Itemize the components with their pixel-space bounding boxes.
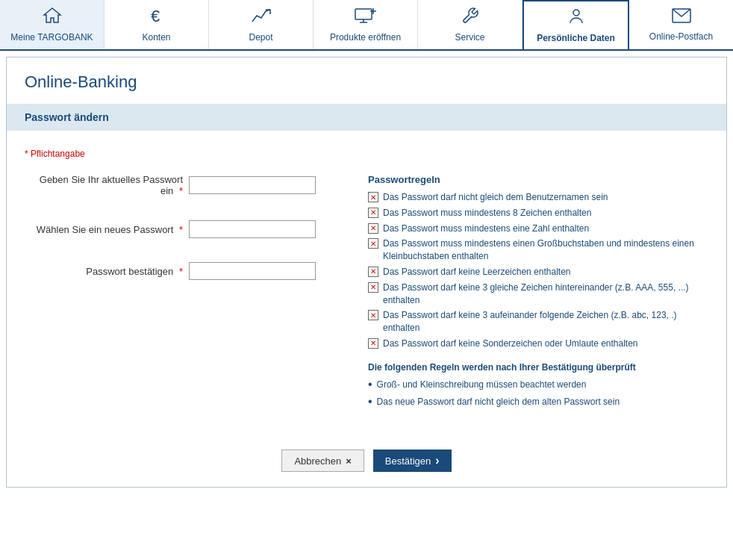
nav-produkte[interactable]: Produkte eröffnen (314, 0, 418, 49)
confirm-password-label: Passwort bestätigen * (25, 266, 189, 277)
rule-item: ✕Das Passwort muss mindestens 8 Zeichen … (368, 207, 708, 220)
nav-persoenliche-daten-label: Persönliche Daten (537, 33, 615, 43)
rule-checkbox: ✕ (368, 238, 378, 249)
nav-persoenliche-daten[interactable]: Persönliche Daten (523, 0, 629, 49)
rule-text: Das Passwort muss mindestens eine Zahl e… (383, 223, 589, 235)
bullet-icon: • (368, 379, 372, 391)
rule-item: ✕Das Passwort darf keine 3 gleiche Zeich… (368, 281, 708, 307)
nav-online-postfach-label: Online-Postfach (649, 31, 713, 42)
rule-text: Das Passwort darf nicht gleich dem Benut… (383, 191, 608, 204)
section-header: Passwort ändern (7, 104, 726, 131)
current-password-input[interactable] (189, 176, 316, 194)
rule-text: Das Passwort darf keine Leerzeichen enth… (383, 266, 570, 279)
rules-confirm-title: Die folgenden Regeln werden nach Ihrer B… (368, 362, 708, 373)
rule-text: Das Passwort muss mindestens einen Großb… (383, 237, 708, 263)
confirm-icon: › (435, 454, 439, 467)
confirm-label: Bestätigen (385, 455, 431, 467)
password-rules-panel: Passwortregeln ✕Das Passwort darf nicht … (368, 174, 708, 412)
rule-text: Das Passwort muss mindestens 8 Zeichen e… (383, 207, 591, 220)
bullet-icon: • (368, 396, 372, 408)
mail-icon (671, 7, 692, 28)
nav-service-label: Service (455, 32, 484, 43)
page-wrapper: Online-Banking Passwort ändern * Pflicht… (6, 57, 727, 488)
svg-text:€: € (151, 7, 160, 25)
chart-icon (251, 7, 272, 29)
form-area: * Pflichtangabe Geben Sie Ihr aktuelles … (7, 149, 726, 472)
house-icon (43, 7, 62, 29)
top-navigation: Meine TARGOBANK € Konten Depot (0, 0, 733, 51)
nav-konten[interactable]: € Konten (105, 0, 209, 49)
nav-depot[interactable]: Depot (209, 0, 314, 49)
form-fields: Geben Sie Ihr aktuelles Passwort ein * W… (25, 174, 338, 412)
wrench-icon (461, 7, 479, 29)
required-note: * Pflichtangabe (25, 149, 708, 159)
cancel-button[interactable]: Abbrechen × (281, 449, 364, 472)
rule-item: ✕Das Passwort darf keine Leerzeichen ent… (368, 266, 708, 279)
current-password-row: Geben Sie Ihr aktuelles Passwort ein * (25, 174, 338, 196)
rule-text: Das Passwort darf keine 3 gleiche Zeiche… (383, 281, 708, 307)
rule-checkbox: ✕ (368, 192, 378, 202)
cancel-icon: × (346, 455, 352, 467)
rule-checkbox: ✕ (368, 267, 378, 277)
page-title: Online-Banking (7, 57, 726, 104)
cancel-label: Abbrechen (294, 455, 341, 467)
new-password-input[interactable] (189, 220, 316, 238)
button-row: Abbrechen × Bestätigen › (25, 442, 708, 472)
rule-checkbox: ✕ (368, 223, 378, 234)
nav-produkte-label: Produkte eröffnen (330, 32, 401, 43)
rule-checkbox: ✕ (368, 338, 378, 349)
confirm-rule-item: •Groß- und Kleinschreibung müssen beacht… (368, 379, 708, 391)
rule-item: ✕Das Passwort muss mindestens einen Groß… (368, 237, 708, 263)
nav-service[interactable]: Service (418, 0, 523, 49)
svg-point-6 (573, 10, 579, 16)
euro-icon: € (149, 7, 165, 29)
new-password-label: Wählen Sie ein neues Passwort * (25, 224, 189, 235)
confirm-rules-list: •Groß- und Kleinschreibung müssen beacht… (368, 379, 708, 408)
rule-item: ✕Das Passwort muss mindestens eine Zahl … (368, 223, 708, 235)
rule-checkbox: ✕ (368, 208, 378, 218)
rule-item: ✕Das Passwort darf keine Sonderzeichen o… (368, 337, 708, 350)
confirm-rule-item: •Das neue Passwort darf nicht gleich dem… (368, 396, 708, 408)
nav-depot-label: Depot (249, 32, 272, 43)
monitor-plus-icon (354, 7, 378, 29)
rules-title: Passwortregeln (368, 174, 708, 185)
rule-item: ✕Das Passwort darf nicht gleich dem Benu… (368, 191, 708, 204)
required-star-confirm: * (179, 266, 183, 277)
nav-online-postfach[interactable]: Online-Postfach (629, 0, 733, 49)
rule-text: Das Passwort darf keine Sonderzeichen od… (383, 337, 638, 350)
confirm-button[interactable]: Bestätigen › (373, 449, 452, 472)
rule-text: Das Passwort darf keine 3 aufeinander fo… (383, 309, 708, 335)
person-icon (567, 7, 585, 30)
svg-rect-1 (355, 9, 372, 19)
confirm-password-row: Passwort bestätigen * (25, 262, 338, 280)
confirm-rule-text: Das neue Passwort darf nicht gleich dem … (377, 396, 620, 408)
confirm-rule-text: Groß- und Kleinschreibung müssen beachte… (377, 379, 587, 391)
confirm-password-input[interactable] (189, 262, 316, 280)
current-password-label: Geben Sie Ihr aktuelles Passwort ein * (25, 174, 189, 196)
required-star-current: * (179, 185, 183, 196)
rule-item: ✕Das Passwort darf keine 3 aufeinander f… (368, 309, 708, 335)
new-password-row: Wählen Sie ein neues Passwort * (25, 220, 338, 238)
nav-konten-label: Konten (142, 32, 170, 43)
rule-checkbox: ✕ (368, 310, 378, 320)
nav-meine-targobank-label: Meine TARGOBANK (10, 32, 93, 43)
rules-list: ✕Das Passwort darf nicht gleich dem Benu… (368, 191, 708, 350)
required-star-new: * (179, 224, 183, 235)
nav-meine-targobank[interactable]: Meine TARGOBANK (0, 0, 105, 49)
rule-checkbox: ✕ (368, 282, 378, 293)
form-main: Geben Sie Ihr aktuelles Passwort ein * W… (25, 174, 708, 412)
